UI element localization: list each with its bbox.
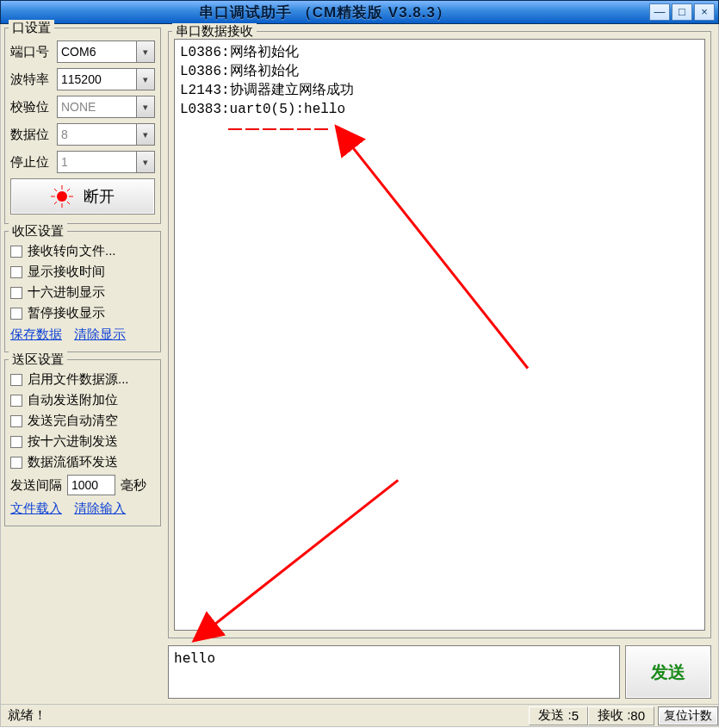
rx-settings-group: 收区设置 接收转向文件... 显示接收时间 十六进制显示 暂停接收显示 保存数据… <box>4 231 161 352</box>
sidebar: 口设置 端口号 ▾ 波特率 ▾ 校验位 ▾ <box>1 24 164 704</box>
port-combo[interactable]: ▾ <box>57 40 155 63</box>
chk-rx-to-file[interactable]: 接收转向文件... <box>10 243 155 259</box>
parity-combo[interactable]: ▾ <box>57 96 155 118</box>
checkbox-icon[interactable] <box>10 457 22 469</box>
close-button[interactable]: × <box>694 3 715 21</box>
chk-label: 按十六进制发送 <box>28 433 118 450</box>
chk-label: 接收转向文件... <box>28 243 116 259</box>
interval-label: 发送间隔 <box>10 477 62 494</box>
send-button[interactable]: 发送 <box>625 645 711 699</box>
port-label: 端口号 <box>10 44 52 60</box>
window-title: 串口调试助手 （CM精装版 V3.8.3） <box>1 3 649 22</box>
baud-combo[interactable]: ▾ <box>57 68 155 90</box>
chevron-down-icon[interactable]: ▾ <box>136 40 155 63</box>
main-area: 串口数据接收 L0386:网络初始化L0386:网络初始化L2143:协调器建立… <box>164 24 718 704</box>
rx-data-group: 串口数据接收 L0386:网络初始化L0386:网络初始化L2143:协调器建立… <box>168 31 711 638</box>
chk-rx-show-time[interactable]: 显示接收时间 <box>10 264 155 280</box>
stopbits-label: 停止位 <box>10 154 52 171</box>
disconnect-button[interactable]: 断开 <box>10 178 155 215</box>
link-file-load[interactable]: 文件载入 <box>10 501 62 515</box>
interval-unit: 毫秒 <box>121 477 146 494</box>
checkbox-icon[interactable] <box>10 266 22 278</box>
chk-label: 十六进制显示 <box>28 284 105 301</box>
reset-counter-button[interactable]: 复位计数 <box>658 706 718 725</box>
chk-tx-clear-after[interactable]: 发送完自动清空 <box>10 413 155 429</box>
port-settings-group: 口设置 端口号 ▾ 波特率 ▾ 校验位 ▾ <box>4 28 161 224</box>
databits-value[interactable] <box>57 123 136 146</box>
checkbox-icon[interactable] <box>10 436 22 448</box>
databits-label: 数据位 <box>10 127 52 143</box>
status-sent: 发送 : 5 <box>529 706 588 725</box>
svg-line-5 <box>54 189 57 191</box>
link-clear-display[interactable]: 清除显示 <box>74 327 126 341</box>
checkbox-icon[interactable] <box>10 415 22 427</box>
baud-label: 波特率 <box>10 72 52 88</box>
link-save-data[interactable]: 保存数据 <box>10 327 62 341</box>
interval-input[interactable] <box>67 475 115 495</box>
checkbox-icon[interactable] <box>10 246 22 258</box>
chk-tx-loop[interactable]: 数据流循环发送 <box>10 454 155 470</box>
send-input[interactable] <box>168 645 620 699</box>
parity-value[interactable] <box>57 96 136 118</box>
parity-label: 校验位 <box>10 99 52 115</box>
chevron-down-icon[interactable]: ▾ <box>136 151 155 173</box>
checkbox-icon[interactable] <box>10 395 22 407</box>
minimize-button[interactable]: — <box>649 3 670 21</box>
chk-label: 自动发送附加位 <box>28 392 118 408</box>
svg-line-8 <box>54 202 57 204</box>
chevron-down-icon[interactable]: ▾ <box>136 123 155 146</box>
chk-tx-file[interactable]: 启用文件数据源... <box>10 371 155 388</box>
baud-value[interactable] <box>57 68 136 90</box>
workspace: 口设置 端口号 ▾ 波特率 ▾ 校验位 ▾ <box>0 24 719 705</box>
status-recv: 接收 : 80 <box>588 706 654 725</box>
svg-line-6 <box>67 202 70 204</box>
chk-label: 启用文件数据源... <box>28 371 129 388</box>
checkbox-icon[interactable] <box>10 287 22 299</box>
chk-rx-pause[interactable]: 暂停接收显示 <box>10 305 155 321</box>
chk-label: 暂停接收显示 <box>28 305 105 321</box>
tx-settings-group: 送区设置 启用文件数据源... 自动发送附加位 发送完自动清空 按十六进制发送 … <box>4 359 161 526</box>
checkbox-icon[interactable] <box>10 374 22 386</box>
chevron-down-icon[interactable]: ▾ <box>136 96 155 118</box>
maximize-button[interactable]: □ <box>672 3 692 21</box>
svg-line-7 <box>67 189 70 191</box>
chk-rx-hex[interactable]: 十六进制显示 <box>10 284 155 301</box>
stopbits-combo[interactable]: ▾ <box>57 151 155 173</box>
status-bar: 就绪！ 发送 : 5 接收 : 80 复位计数 <box>0 705 719 727</box>
checkbox-icon[interactable] <box>10 308 22 320</box>
chk-label: 显示接收时间 <box>28 264 105 280</box>
chk-tx-hex[interactable]: 按十六进制发送 <box>10 433 155 450</box>
chk-tx-auto-extra[interactable]: 自动发送附加位 <box>10 392 155 408</box>
rx-settings-title: 收区设置 <box>9 223 67 240</box>
rx-textarea[interactable]: L0386:网络初始化L0386:网络初始化L2143:协调器建立网络成功L03… <box>174 39 705 631</box>
stopbits-value[interactable] <box>57 151 136 173</box>
disconnect-label: 断开 <box>84 186 115 207</box>
tx-settings-title: 送区设置 <box>9 352 67 368</box>
link-clear-input[interactable]: 清除输入 <box>74 501 126 515</box>
port-settings-title: 口设置 <box>9 20 54 36</box>
chk-label: 发送完自动清空 <box>28 413 118 429</box>
title-bar: 串口调试助手 （CM精装版 V3.8.3） — □ × <box>0 0 719 24</box>
svg-point-0 <box>57 191 67 202</box>
chevron-down-icon[interactable]: ▾ <box>136 68 155 90</box>
rx-data-title: 串口数据接收 <box>172 23 257 40</box>
connected-indicator-icon <box>51 185 73 208</box>
chk-label: 数据流循环发送 <box>28 454 118 470</box>
port-value[interactable] <box>57 40 136 63</box>
databits-combo[interactable]: ▾ <box>57 123 155 146</box>
status-message: 就绪！ <box>1 707 529 724</box>
